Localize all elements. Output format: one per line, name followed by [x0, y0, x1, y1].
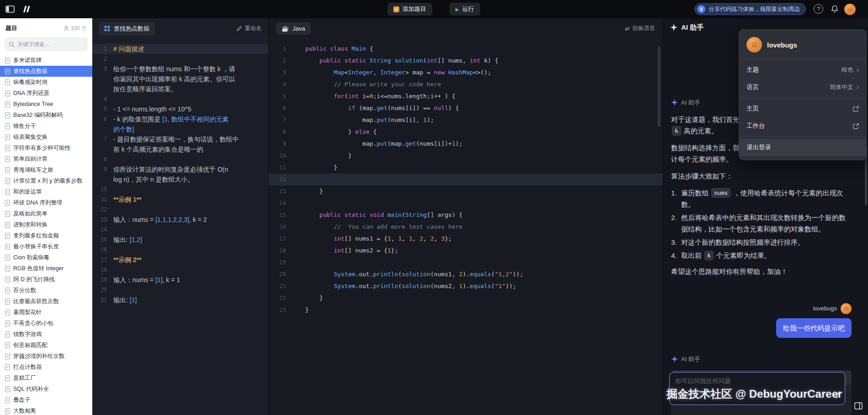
list-item[interactable]: 叠盘子: [0, 394, 92, 405]
list-item[interactable]: 计算位置 x 到 y 的最多步数: [0, 175, 92, 186]
markdown-line[interactable]: 11**示例 1**: [92, 194, 268, 205]
markdown-line[interactable]: 20: [92, 285, 268, 295]
help-button[interactable]: ?: [814, 4, 823, 14]
collapse-panel-icon[interactable]: [854, 402, 863, 411]
markdown-line[interactable]: 3给你一个整数数组 nums 和一个整数 k ，请: [92, 64, 268, 74]
list-item[interactable]: 和的逆运算: [0, 186, 92, 197]
list-item[interactable]: 比赛最高获胜次数: [0, 296, 92, 307]
markdown-line[interactable]: 21输出: [1]: [92, 295, 268, 305]
markdown-line[interactable]: 6- k 的取值范围是 [1, 数组中不相同的元素: [92, 114, 268, 124]
code-line[interactable]: 6 if (map.get(nums[i]) == null) {: [269, 102, 662, 114]
code-line[interactable]: 19: [269, 257, 662, 268]
markdown-line[interactable]: 的个数]: [92, 124, 268, 134]
problem-content[interactable]: 1# 问题描述23给你一个整数数组 nums 和一个整数 k ，请你返回其中出现…: [92, 39, 268, 415]
list-item[interactable]: 环状 DNA 序列整理: [0, 197, 92, 208]
markdown-line[interactable]: 2: [92, 54, 268, 64]
list-item[interactable]: 大数相离: [0, 405, 92, 415]
list-item[interactable]: 不再贪心的小包: [0, 318, 92, 329]
list-item[interactable]: 进制求和转换: [0, 219, 92, 230]
list-item[interactable]: Base32 编码和解码: [0, 110, 92, 121]
markdown-line[interactable]: 10: [92, 184, 268, 194]
logo-icon[interactable]: [20, 0, 33, 18]
markdown-line[interactable]: 14: [92, 225, 268, 235]
menu-item-workspace[interactable]: 工作台: [739, 117, 866, 135]
list-item[interactable]: 查找热点数据: [0, 66, 92, 77]
search-input[interactable]: 关键字搜索...: [5, 37, 88, 51]
menu-item-homepage[interactable]: 主页: [739, 100, 866, 117]
list-item[interactable]: 链表聚集交换: [0, 131, 92, 142]
code-line[interactable]: 18 int[] nums2 = {1};: [269, 245, 662, 257]
markdown-line[interactable]: 16: [92, 245, 268, 255]
promo-banner[interactable]: ¥ 分享代码练习体验，领限量定制周边: [694, 3, 806, 15]
list-item[interactable]: 青海湖租车之旅: [0, 164, 92, 175]
code-line[interactable]: 22 }: [269, 292, 662, 304]
markdown-line[interactable]: 8: [92, 154, 268, 164]
list-item[interactable]: 最小替换子串长度: [0, 241, 92, 252]
code-line[interactable]: 8 } else {: [269, 126, 662, 138]
chat-input[interactable]: [670, 373, 845, 404]
menu-item-theme[interactable]: 主题 暗色›: [739, 61, 866, 79]
list-item[interactable]: Bytedance Tree: [0, 99, 92, 110]
list-item[interactable]: 字符串有多少种可能性: [0, 142, 92, 153]
code-line[interactable]: 2 public static String solution(int[] nu…: [269, 55, 662, 67]
editor-scrollbar[interactable]: [657, 47, 661, 127]
list-item[interactable]: RGB 色值转 Integer: [0, 263, 92, 274]
markdown-line[interactable]: 19输入：nums = [1], k = 1: [92, 275, 268, 285]
rename-button[interactable]: 重命名: [236, 25, 262, 32]
run-button[interactable]: ▶ 运行: [450, 3, 480, 16]
markdown-line[interactable]: 7- 题目数据保证答案唯一，换句话说，数组中: [92, 134, 268, 144]
list-item[interactable]: 猜数字游戏: [0, 329, 92, 340]
code-line[interactable]: 15 public static void main(String[] args…: [269, 209, 662, 221]
list-item[interactable]: DNA 序列还原: [0, 88, 92, 99]
code-line[interactable]: 9 map.put(map.get(nums[i])+1);: [269, 138, 662, 150]
list-item[interactable]: Cion 勒索病毒: [0, 252, 92, 263]
markdown-line[interactable]: 13输入：nums = [1,1,1,2,2,3], k = 2: [92, 215, 268, 225]
markdown-line[interactable]: 5- 1 <= nums.length <= 10^5: [92, 104, 268, 114]
code-area[interactable]: 1public class Main {2 public static Stri…: [269, 39, 662, 415]
list-item[interactable]: 病毒感染时间: [0, 77, 92, 88]
panel-toggle-icon[interactable]: [5, 0, 16, 18]
markdown-line[interactable]: 18: [92, 265, 268, 275]
code-line[interactable]: 17 int[] nums1 = {1, 1, 1, 2, 2, 3};: [269, 233, 662, 245]
list-item[interactable]: 猫鱼分干: [0, 121, 92, 131]
list-item[interactable]: 及格如此简单: [0, 208, 92, 219]
code-line[interactable]: 23}: [269, 304, 662, 316]
switch-language-button[interactable]: ⇄ 切换语言: [625, 25, 655, 32]
chat-input-box[interactable]: [669, 372, 845, 405]
markdown-line[interactable]: 9你所设计算法的时间复杂度必须优于 O(n: [92, 164, 268, 174]
markdown-line[interactable]: 你返回其中出现频率前 k 高的元素。你可以: [92, 74, 268, 84]
markdown-line[interactable]: log n)，其中 n 是数组大小。: [92, 174, 268, 184]
code-line[interactable]: 4 // Please write your code here: [269, 79, 662, 90]
code-line[interactable]: 7 map.put(nums[i], 1);: [269, 114, 662, 126]
list-item[interactable]: 阿 D 的飞行路线: [0, 274, 92, 285]
code-line[interactable]: 13 }: [269, 185, 662, 197]
list-item[interactable]: 穿越沙漠的补给次数: [0, 351, 92, 362]
list-item[interactable]: 打点计数器: [0, 362, 92, 373]
code-line[interactable]: 21 System.out.println(solution(nums2, 1)…: [269, 280, 662, 292]
markdown-line[interactable]: 17**示例 2**: [92, 255, 268, 265]
list-item[interactable]: 拿到最多红包金额: [0, 230, 92, 241]
list-item[interactable]: 创意标题匹配: [0, 340, 92, 351]
markdown-line[interactable]: 按任意顺序返回答案。: [92, 84, 268, 94]
list-item[interactable]: 百分位数: [0, 285, 92, 296]
code-line[interactable]: 16 // You can add more test cases here: [269, 221, 662, 233]
menu-item-logout[interactable]: 退出登录: [739, 139, 866, 156]
add-problem-button[interactable]: + 添加题目: [387, 3, 432, 16]
code-line[interactable]: 1public class Main {: [269, 43, 662, 55]
notification-bell-icon[interactable]: [831, 5, 839, 15]
code-line[interactable]: 5 for(int i=0;i<=nums.length;i++ ) {: [269, 90, 662, 102]
markdown-line[interactable]: 15输出: [1,2]: [92, 235, 268, 245]
code-line[interactable]: 20 System.out.println(solution(nums1, 2)…: [269, 268, 662, 280]
markdown-line[interactable]: 12: [92, 205, 268, 215]
list-item[interactable]: 暴雨梨花针: [0, 307, 92, 318]
code-line[interactable]: 10 }: [269, 150, 662, 162]
code-line[interactable]: 11 }: [269, 162, 662, 173]
markdown-line[interactable]: 前 k 个高频元素的集合是唯一的: [92, 144, 268, 154]
list-item[interactable]: SQL 代码补全: [0, 383, 92, 394]
user-avatar[interactable]: ☺: [844, 4, 856, 15]
language-tab[interactable]: ☕ Java: [276, 22, 311, 35]
markdown-line[interactable]: 1# 问题描述: [92, 44, 268, 54]
menu-item-language[interactable]: 语言 简体中文›: [739, 79, 866, 96]
list-item[interactable]: 多米诺骨牌: [0, 55, 92, 66]
code-line[interactable]: 12: [269, 173, 662, 185]
